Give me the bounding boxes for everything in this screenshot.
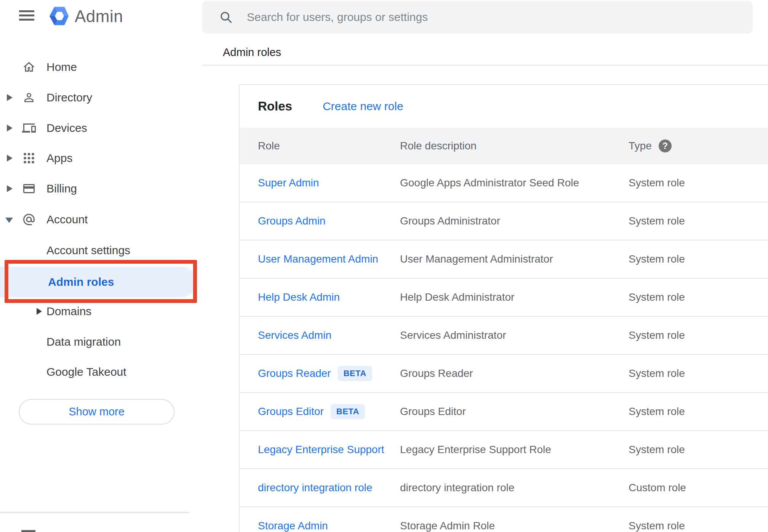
role-link[interactable]: Super Admin — [258, 177, 319, 189]
devices-icon — [22, 121, 36, 135]
role-type: System role — [629, 253, 768, 265]
sidebar-item-billing[interactable]: Billing — [0, 173, 196, 204]
table-body: Super AdminGoogle Apps Administrator See… — [240, 164, 768, 532]
table-row: Help Desk AdminHelp Desk AdministratorSy… — [240, 279, 768, 317]
column-header-role: Role — [240, 140, 400, 152]
sidebar-item-account-settings[interactable]: Account settings — [0, 238, 196, 263]
sidebar-item-label: Admin roles — [48, 276, 114, 288]
role-description: Services Administrator — [400, 329, 629, 341]
sidebar-item-account[interactable]: Account — [0, 204, 196, 235]
role-description: Groups Administrator — [400, 215, 629, 227]
role-link[interactable]: Help Desk Admin — [258, 291, 340, 303]
role-link[interactable]: Storage Admin — [258, 520, 328, 532]
sidebar-item-apps[interactable]: Apps — [0, 143, 196, 173]
role-description: Groups Reader — [400, 367, 629, 380]
roles-card: Roles Create new role Role Role descript… — [239, 84, 768, 532]
role-type: System role — [629, 177, 768, 189]
role-link[interactable]: Groups Reader — [258, 367, 331, 380]
role-description: Google Apps Administrator Seed Role — [400, 177, 629, 189]
collapse-caret-icon[interactable] — [5, 218, 13, 223]
sidebar-item-devices[interactable]: Devices — [0, 113, 196, 143]
expand-caret-icon[interactable] — [37, 308, 42, 315]
column-header-description: Role description — [400, 140, 629, 152]
sidebar-item-directory[interactable]: Directory — [0, 82, 196, 113]
sidebar: Admin Home Directory Devices A — [0, 0, 196, 532]
sidebar-item-admin-roles-selected[interactable]: Admin roles — [0, 267, 197, 297]
sidebar-item-label: Google Takeout — [46, 365, 126, 378]
apps-grid-icon — [22, 151, 36, 165]
card-header: Roles Create new role — [240, 85, 768, 128]
role-description: Legacy Enterprise Support Role — [400, 444, 629, 456]
role-link[interactable]: Groups Editor — [258, 405, 324, 418]
sidebar-item-home[interactable]: Home — [0, 52, 196, 82]
app-title: Admin — [75, 7, 123, 26]
role-link[interactable]: User Management Admin — [258, 253, 378, 265]
role-type: System role — [629, 329, 768, 341]
expand-caret-icon[interactable] — [7, 94, 13, 101]
table-row: Legacy Enterprise SupportLegacy Enterpri… — [240, 431, 768, 469]
search-icon — [219, 10, 233, 24]
table-row: User Management AdminUser Management Adm… — [240, 240, 768, 279]
table-row: Groups ReaderBETAGroups ReaderSystem rol… — [240, 355, 768, 393]
partial-item-icon — [21, 530, 35, 532]
search-bar[interactable] — [202, 1, 753, 34]
sidebar-item-label: Billing — [46, 182, 77, 195]
sidebar-item-domains[interactable]: Domains — [0, 299, 196, 324]
home-icon — [22, 60, 36, 74]
sidebar-item-label: Account settings — [46, 244, 130, 257]
table-row: Groups EditorBETAGroups EditorSystem rol… — [240, 393, 768, 431]
role-type: System role — [629, 520, 768, 532]
table-header-row: Role Role description Type ? — [240, 128, 768, 164]
admin-logo-icon — [49, 5, 69, 29]
beta-badge: BETA — [331, 404, 365, 419]
table-row: Super AdminGoogle Apps Administrator See… — [240, 164, 768, 202]
role-link[interactable]: Legacy Enterprise Support — [258, 444, 384, 456]
role-description: directory integration role — [400, 482, 629, 494]
role-link[interactable]: Groups Admin — [258, 215, 325, 227]
role-type: System role — [629, 291, 768, 303]
role-type: System role — [629, 367, 768, 380]
beta-badge: BETA — [338, 366, 372, 381]
sidebar-item-data-migration[interactable]: Data migration — [0, 330, 196, 354]
column-header-type: Type ? — [629, 139, 768, 152]
table-row: Groups AdminGroups AdministratorSystem r… — [240, 202, 768, 240]
role-description: User Management Administrator — [400, 253, 629, 265]
card-title: Roles — [258, 99, 292, 114]
show-more-button[interactable]: Show more — [19, 399, 174, 425]
role-type: System role — [629, 215, 768, 227]
billing-card-icon — [22, 182, 36, 195]
at-icon — [22, 213, 36, 226]
role-type: System role — [629, 444, 768, 456]
table-row: Services AdminServices AdministratorSyst… — [240, 317, 768, 355]
sidebar-item-label: Domains — [46, 305, 91, 318]
menu-icon[interactable] — [19, 10, 34, 21]
breadcrumb-divider — [202, 65, 768, 66]
role-type: Custom role — [629, 482, 768, 494]
sidebar-item-label: Directory — [46, 91, 92, 104]
role-description: Help Desk Administrator — [400, 291, 629, 303]
role-type: System role — [629, 405, 768, 418]
sidebar-item-google-takeout[interactable]: Google Takeout — [0, 360, 196, 384]
sidebar-item-label: Devices — [46, 122, 87, 135]
expand-caret-icon[interactable] — [7, 125, 13, 131]
person-icon — [22, 91, 36, 104]
breadcrumb: Admin roles — [223, 46, 281, 59]
help-icon[interactable]: ? — [659, 139, 672, 152]
table-row: directory integration roledirectory inte… — [240, 469, 768, 507]
sidebar-item-label: Account — [46, 213, 88, 226]
role-link[interactable]: Services Admin — [258, 329, 331, 341]
role-description: Storage Admin Role — [400, 520, 629, 532]
expand-caret-icon[interactable] — [7, 185, 13, 192]
column-header-type-label: Type — [629, 140, 652, 152]
sidebar-item-label: Apps — [46, 152, 72, 165]
role-link[interactable]: directory integration role — [258, 482, 372, 494]
sidebar-divider — [0, 512, 189, 513]
table-row: Storage AdminStorage Admin RoleSystem ro… — [240, 507, 768, 532]
search-input[interactable] — [246, 10, 705, 24]
sidebar-item-label: Data migration — [46, 335, 121, 348]
expand-caret-icon[interactable] — [7, 155, 13, 162]
role-description: Groups Editor — [400, 405, 629, 418]
sidebar-item-label: Home — [46, 61, 77, 74]
show-more-label: Show more — [69, 405, 125, 418]
create-new-role-link[interactable]: Create new role — [323, 100, 403, 113]
